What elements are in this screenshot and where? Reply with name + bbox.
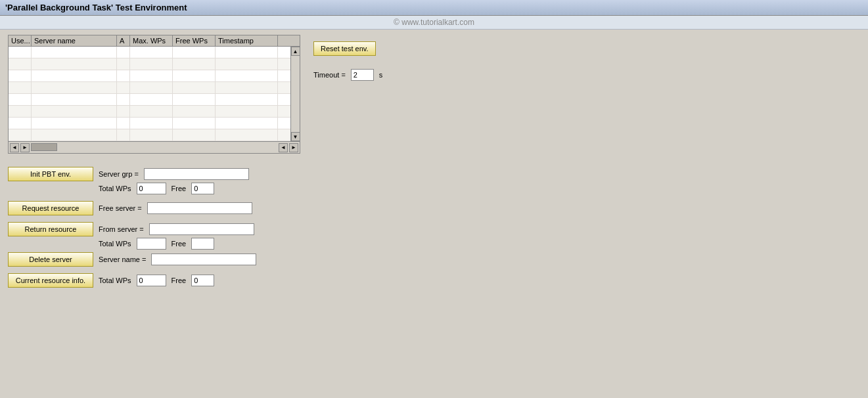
- col-header-a: A: [117, 35, 130, 46]
- cell: [32, 118, 117, 129]
- cell: [130, 129, 173, 141]
- cell: [32, 58, 117, 70]
- main-content: Use... Server name A Max. WPs Free WPs T…: [0, 30, 868, 159]
- current-resource-row: Current resource info. Total WPs Free: [8, 273, 860, 288]
- request-resource-button[interactable]: Request resource: [8, 201, 93, 215]
- cell: [32, 82, 117, 93]
- free-input[interactable]: [191, 183, 214, 194]
- request-resource-row: Request resource Free server =: [8, 201, 860, 215]
- timeout-input[interactable]: [351, 69, 374, 81]
- server-name-label: Server name =: [99, 255, 146, 263]
- grid-scroll-area: ▲ ▼: [9, 47, 300, 141]
- total-wps-row: Total WPs Free: [99, 183, 860, 194]
- cell: [130, 106, 173, 117]
- curr-total-wps-input[interactable]: [137, 275, 166, 286]
- hscroll-left-btn[interactable]: ◄: [279, 143, 288, 152]
- return-resource-button[interactable]: Return resource: [8, 222, 93, 236]
- cell: [9, 47, 32, 58]
- init-pbt-section: Init PBT env. Server grp = Total WPs Fre…: [8, 167, 860, 194]
- curr-free-label: Free: [171, 276, 187, 284]
- cell: [117, 106, 130, 117]
- nav-next-btn[interactable]: ►: [20, 143, 30, 152]
- timeout-unit: s: [379, 71, 383, 79]
- left-panel: Use... Server name A Max. WPs Free WPs T…: [8, 35, 300, 154]
- init-pbt-button[interactable]: Init PBT env.: [8, 167, 93, 181]
- col-header-maxwp: Max. WPs: [130, 35, 173, 46]
- cell: [130, 47, 173, 58]
- scroll-down-btn[interactable]: ▼: [291, 132, 300, 141]
- cell: [32, 94, 117, 105]
- current-resource-button[interactable]: Current resource info.: [8, 273, 93, 288]
- watermark-bar: © www.tutorialkart.com: [0, 16, 868, 30]
- title-bar: 'Parallel Background Task' Test Environm…: [0, 0, 868, 16]
- return-total-wps-row: Total WPs Free: [99, 238, 860, 250]
- cell: [130, 118, 173, 129]
- timeout-row: Timeout = s: [313, 69, 860, 81]
- grid-container: Use... Server name A Max. WPs Free WPs T…: [8, 35, 300, 142]
- curr-total-wps-label: Total WPs: [99, 276, 131, 284]
- table-row: [9, 94, 290, 106]
- cell: [216, 82, 278, 93]
- cell: [216, 47, 278, 58]
- cell: [216, 106, 278, 117]
- col-header-timestamp: Timestamp: [216, 35, 278, 46]
- init-pbt-row: Init PBT env. Server grp =: [8, 167, 860, 181]
- hscroll-right-btn[interactable]: ►: [289, 143, 298, 152]
- cell: [117, 70, 130, 81]
- server-grp-input[interactable]: [144, 168, 249, 180]
- current-resource-section: Current resource info. Total WPs Free: [8, 273, 860, 288]
- curr-free-input[interactable]: [191, 275, 214, 286]
- cell: [32, 70, 117, 81]
- return-resource-section: Return resource From server = Total WPs …: [8, 222, 860, 267]
- cell: [173, 106, 216, 117]
- scroll-up-btn[interactable]: ▲: [291, 47, 300, 56]
- table-row: [9, 47, 290, 58]
- col-header-server: Server name: [32, 35, 117, 46]
- cell: [9, 58, 32, 70]
- cell: [117, 58, 130, 70]
- table-row: [9, 70, 290, 82]
- cell: [130, 70, 173, 81]
- cell: [9, 70, 32, 81]
- free-label: Free: [171, 185, 187, 192]
- cell: [9, 82, 32, 93]
- reset-test-env-button[interactable]: Reset test env.: [313, 41, 376, 56]
- cell: [216, 70, 278, 81]
- nav-prev-btn[interactable]: ◄: [10, 143, 19, 152]
- col-header-freewp: Free WPs: [173, 35, 216, 46]
- server-name-input[interactable]: [151, 254, 256, 265]
- cell: [216, 58, 278, 70]
- timeout-label: Timeout =: [313, 71, 346, 79]
- col-header-use: Use...: [9, 35, 32, 46]
- cell: [173, 70, 216, 81]
- cell: [130, 82, 173, 93]
- cell: [216, 129, 278, 141]
- table-row: [9, 106, 290, 118]
- from-server-input[interactable]: [149, 223, 254, 235]
- cell: [173, 82, 216, 93]
- cell: [9, 118, 32, 129]
- scroll-handle[interactable]: [31, 143, 57, 151]
- cell: [130, 94, 173, 105]
- cell: [173, 58, 216, 70]
- cell: [216, 118, 278, 129]
- cell: [117, 47, 130, 58]
- from-server-label: From server =: [99, 225, 144, 233]
- cell: [32, 106, 117, 117]
- return-free-input[interactable]: [191, 238, 214, 250]
- free-server-input[interactable]: [147, 202, 252, 214]
- cell: [117, 129, 130, 141]
- total-wps-input[interactable]: [137, 183, 166, 194]
- cell: [117, 118, 130, 129]
- table-row: [9, 82, 290, 94]
- server-grp-label: Server grp =: [99, 170, 139, 178]
- cell: [32, 129, 117, 141]
- free-server-label: Free server =: [99, 204, 142, 212]
- delete-server-button[interactable]: Delete server: [8, 252, 93, 267]
- cell: [173, 47, 216, 58]
- total-wps-label: Total WPs: [99, 185, 131, 192]
- table-row: [9, 118, 290, 129]
- return-total-wps-input[interactable]: [137, 238, 166, 250]
- cell: [173, 118, 216, 129]
- return-free-label: Free: [171, 240, 187, 248]
